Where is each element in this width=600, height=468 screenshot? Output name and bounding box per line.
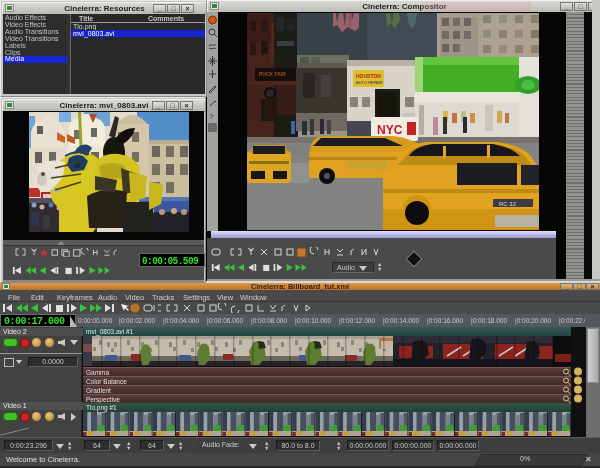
svg-text:PUCK FAIR: PUCK FAIR (259, 71, 286, 77)
svg-text:?: ? (209, 112, 214, 121)
svg-text:HOUSTON: HOUSTON (356, 73, 381, 79)
svg-text:AUTO REPAIR: AUTO REPAIR (356, 80, 383, 85)
svg-text:NYC: NYC (377, 123, 403, 137)
svg-text:RC 32: RC 32 (499, 201, 517, 207)
